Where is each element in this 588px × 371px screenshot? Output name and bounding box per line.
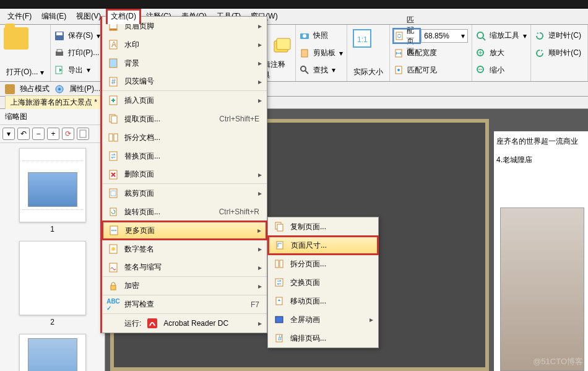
thumb1-image bbox=[28, 172, 77, 207]
swap-page-icon bbox=[273, 276, 285, 289]
thumbnail-panel-title: 缩略图 bbox=[0, 109, 105, 125]
actual-size-button[interactable]: 实际大小 bbox=[351, 66, 386, 79]
svg-rect-29 bbox=[80, 130, 86, 137]
zoom-out-button[interactable]: 缩小 bbox=[487, 64, 507, 77]
extract-page-icon bbox=[107, 113, 119, 125]
menu-background[interactable]: 背景▸ bbox=[102, 54, 267, 72]
menu-replace-page[interactable]: 替换页面... bbox=[102, 147, 267, 165]
snapshot-button[interactable]: 快照 bbox=[311, 29, 331, 42]
svg-rect-14 bbox=[301, 50, 308, 57]
svg-point-22 bbox=[397, 69, 400, 71]
submenu-copy-page[interactable]: 复制页面... bbox=[268, 217, 378, 236]
tool-undo-button[interactable]: ↶ bbox=[17, 128, 30, 140]
fit-visible-button[interactable]: 匹配可见 bbox=[405, 64, 439, 77]
menu-insert-page[interactable]: 插入页面▸ bbox=[102, 91, 267, 110]
svg-rect-3 bbox=[57, 50, 62, 52]
fit-page-box[interactable]: 匹配页面 bbox=[394, 29, 420, 43]
svg-point-51 bbox=[115, 230, 116, 231]
menu-sign-initials[interactable]: 签名与缩写▸ bbox=[102, 258, 267, 277]
more-pages-submenu: 复制页面... 页面尺寸... 拆分页面... 交换页面 移动页面... 全屏动… bbox=[267, 217, 379, 348]
menu-delete-page[interactable]: 删除页面▸ bbox=[102, 165, 267, 184]
open-icon[interactable] bbox=[4, 27, 28, 50]
clipboard-icon bbox=[300, 48, 309, 58]
tool-zoom-out-button[interactable]: − bbox=[32, 128, 45, 140]
cw-button[interactable]: 顺时针(C) bbox=[546, 46, 584, 59]
menu-crop-page[interactable]: 裁剪页面▸ bbox=[102, 184, 267, 203]
thumbnail-toolbar: ▾ ↶ − + ⟳ bbox=[0, 125, 105, 143]
print-button[interactable]: 打印(P)... bbox=[66, 46, 102, 59]
document-tab[interactable]: 上海旅游著名的五大景点 * bbox=[5, 95, 103, 110]
menu-run-with[interactable]: 运行:Acrobat Reader DC▸ bbox=[102, 314, 267, 333]
menu-document[interactable]: 文档(D) bbox=[106, 9, 141, 24]
fit-width-button[interactable]: 匹配宽度 bbox=[405, 46, 439, 59]
move-page-icon bbox=[273, 295, 285, 307]
svg-line-24 bbox=[483, 38, 485, 40]
exclusive-mode-button[interactable]: 独占模式 bbox=[20, 84, 50, 94]
ccw-icon bbox=[535, 31, 545, 41]
thumb3-image bbox=[28, 338, 77, 371]
thumbnails-list[interactable]: 1 2 bbox=[0, 143, 105, 371]
svg-text:#: # bbox=[278, 334, 282, 343]
save-button[interactable]: 保存(S) bbox=[66, 29, 95, 42]
cw-icon bbox=[535, 48, 545, 58]
properties-button[interactable]: 属性(P)... bbox=[69, 84, 100, 94]
export-button[interactable]: 导出 bbox=[66, 64, 85, 77]
tool-page-button[interactable] bbox=[77, 128, 89, 140]
submenu-page-size[interactable]: 页面尺寸... bbox=[268, 236, 378, 255]
actual-size-icon[interactable]: 1:1 bbox=[351, 27, 373, 50]
thumbnail-page-2[interactable] bbox=[19, 241, 86, 315]
snapshot-icon bbox=[300, 31, 309, 41]
open-button[interactable]: 打开(O)...▾ bbox=[4, 66, 46, 79]
svg-text:1:1: 1:1 bbox=[357, 35, 368, 44]
menu-edit[interactable]: 编辑(E) bbox=[37, 9, 71, 24]
submenu-swap-page[interactable]: 交换页面 bbox=[268, 273, 378, 292]
svg-rect-19 bbox=[396, 32, 402, 40]
ccw-button[interactable]: 逆时针(C) bbox=[546, 29, 584, 42]
note-tool-icon[interactable] bbox=[272, 37, 292, 59]
menu-bar: 文件(F) 编辑(E) 视图(V) 文档(D) 注释(C) 表单(O) 工具(T… bbox=[0, 9, 588, 25]
pagenum-icon: # bbox=[273, 332, 285, 344]
menu-rotate-page[interactable]: 旋转页面...Ctrl+Shift+R bbox=[102, 203, 267, 221]
zoom-select[interactable]: ▾ bbox=[421, 29, 468, 43]
menu-file[interactable]: 文件(F) bbox=[2, 9, 37, 24]
submenu-split-page[interactable]: 拆分页面... bbox=[268, 255, 378, 273]
page-number-2: 2 bbox=[5, 318, 100, 326]
thumbnail-page-1[interactable] bbox=[19, 148, 86, 222]
menu-digital-sign[interactable]: 数字签名▸ bbox=[102, 240, 267, 258]
svg-text:A: A bbox=[111, 40, 116, 49]
copy-page-icon bbox=[273, 220, 285, 233]
thumbnail-page-3[interactable] bbox=[19, 334, 86, 371]
tool-rotate-button[interactable]: ⟳ bbox=[62, 128, 74, 140]
title-bar bbox=[0, 0, 588, 9]
export-icon bbox=[54, 65, 64, 75]
svg-rect-40 bbox=[111, 116, 117, 123]
submenu-move-page[interactable]: 移动页面... bbox=[268, 292, 378, 310]
menu-encrypt[interactable]: 加密▸ bbox=[102, 277, 267, 295]
tool-zoom-in-button[interactable]: + bbox=[47, 128, 59, 140]
svg-rect-55 bbox=[111, 286, 116, 290]
insert-page-icon bbox=[107, 94, 119, 107]
tool-options-button[interactable]: ▾ bbox=[2, 128, 15, 140]
menu-bates[interactable]: #贝茨编号▸ bbox=[102, 72, 267, 91]
watermark-text: @51CTO博客 bbox=[533, 356, 583, 367]
zoom-input[interactable] bbox=[422, 32, 459, 40]
svg-rect-64 bbox=[275, 316, 283, 323]
submenu-arrange-pagenum[interactable]: #编排页码... bbox=[268, 329, 378, 347]
svg-rect-32 bbox=[110, 28, 117, 30]
search-button[interactable]: 查找 bbox=[311, 64, 331, 77]
menu-spell-check[interactable]: ABC✓拼写检查F7 bbox=[102, 295, 267, 314]
document-tabs: 上海旅游著名的五大景点 * bbox=[0, 97, 588, 109]
menu-watermark[interactable]: A水印▸ bbox=[102, 35, 267, 54]
zoom-in-button[interactable]: 放大 bbox=[487, 46, 507, 59]
menu-extract-page[interactable]: 提取页面...Ctrl+Shift+E bbox=[102, 110, 267, 128]
menu-more-pages[interactable]: 更多页面▸ bbox=[102, 221, 267, 240]
menu-split-doc[interactable]: 拆分文档... bbox=[102, 128, 267, 147]
zoom-tools-button[interactable]: 缩放工具 bbox=[487, 29, 522, 42]
properties-icon bbox=[54, 84, 64, 94]
fit-width-icon bbox=[394, 48, 404, 58]
doc-text-line-1: 座齐名的世界超一流商业 bbox=[496, 135, 586, 149]
submenu-fullscreen-anim[interactable]: 全屏动画▸ bbox=[268, 310, 378, 329]
sign-initials-icon bbox=[107, 261, 119, 274]
clipboard-button[interactable]: 剪贴板 bbox=[311, 46, 338, 59]
bates-icon: # bbox=[107, 76, 119, 88]
